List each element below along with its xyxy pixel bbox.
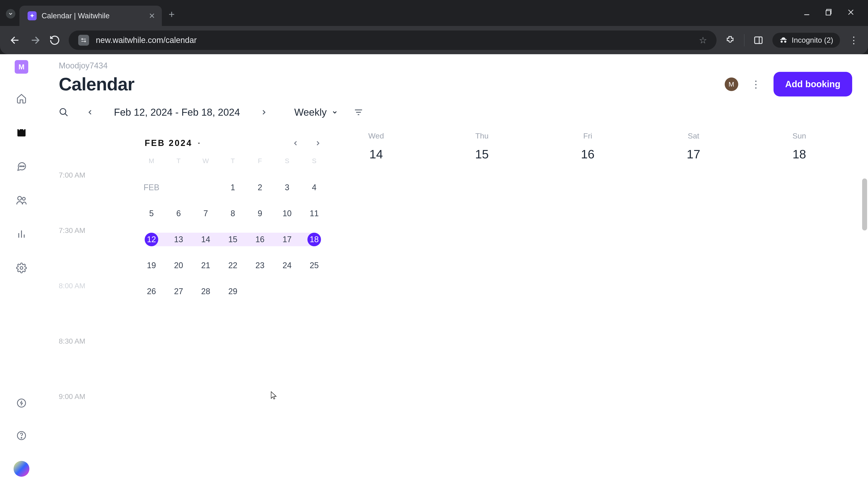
mini-day-cell[interactable]: 19 [138,259,165,272]
mini-day-cell[interactable]: 27 [165,285,192,298]
nav-analytics[interactable] [14,227,29,241]
window-controls [802,8,866,26]
time-label: 7:00 AM [59,171,97,226]
mini-day-cell[interactable]: 6 [165,207,192,220]
browser-tab[interactable]: ✦ Calendar | Waitwhile ✕ [20,6,162,26]
mini-day-empty [192,181,219,194]
time-column: 7:00 AM 7:30 AM 8:00 AM 8:30 AM 9:00 AM [59,131,97,448]
header-row: Calendar M ⋮ Add booking [59,72,852,96]
mini-day-cell[interactable]: 17 [274,233,301,246]
tab-close-button[interactable]: ✕ [149,11,155,20]
day-header[interactable]: Sun18 [746,131,852,161]
next-range-button[interactable] [260,109,267,116]
scrollbar-thumb[interactable] [862,178,867,230]
reload-button[interactable] [49,35,60,46]
mini-day-cell[interactable]: 25 [301,259,328,272]
svg-point-7 [85,41,86,42]
tab-search-button[interactable] [6,9,16,19]
mini-day-cell[interactable]: 23 [246,259,274,272]
mini-day-cell[interactable]: 18 [301,233,328,246]
site-controls-icon[interactable] [78,35,89,46]
extensions-button[interactable] [725,35,735,45]
date-range-label[interactable]: Feb 12, 2024 - Feb 18, 2024 [114,107,240,118]
mini-day-cell[interactable]: 8 [219,207,246,220]
time-label: 9:00 AM [59,392,97,448]
mini-day-cell[interactable]: 14 [192,233,219,246]
mini-day-empty [301,285,328,298]
scrollbar[interactable] [861,178,868,486]
view-select[interactable]: Weekly [294,107,338,118]
calendar-grid[interactable]: Wed14 Thu15 Fri16 Sat17 Sun18 FEB 2024 [97,131,852,448]
header-actions: M ⋮ Add booking [725,72,852,96]
forward-button[interactable] [29,35,41,46]
mini-day-cell[interactable]: 29 [219,285,246,298]
incognito-indicator[interactable]: Incognito (2) [772,33,840,48]
mini-day-cell[interactable]: 26 [138,285,165,298]
nav-messages[interactable] [14,159,29,173]
mini-day-cell[interactable]: 13 [165,233,192,246]
mini-day-cell[interactable]: 9 [246,207,274,220]
chevron-down-icon [332,109,338,116]
maximize-button[interactable] [825,8,833,16]
mini-calendar-month-select[interactable]: FEB 2024 [145,138,202,148]
nav-settings[interactable] [14,261,29,275]
svg-point-15 [20,166,21,167]
svg-point-16 [22,166,22,167]
calendar-body: 7:00 AM 7:30 AM 8:00 AM 8:30 AM 9:00 AM … [59,131,852,448]
add-booking-button[interactable]: Add booking [774,72,852,96]
mini-day-cell[interactable]: 11 [301,207,328,220]
day-header[interactable]: Fri16 [535,131,641,161]
url-bar[interactable]: new.waitwhile.com/calendar ☆ [69,31,717,50]
incognito-icon [779,36,788,44]
mini-next-month-button[interactable] [315,140,321,147]
more-menu-button[interactable]: ⋮ [749,78,763,90]
sidebar-avatar[interactable] [13,461,29,477]
nav-home[interactable] [14,91,29,106]
search-button[interactable] [59,107,69,117]
nav-users[interactable] [14,193,29,207]
mini-day-cell[interactable]: 22 [219,259,246,272]
filter-button[interactable] [354,107,363,117]
svg-point-5 [82,38,83,39]
page-title: Calendar [59,74,134,95]
mini-day-cell[interactable]: 1 [219,181,246,194]
mini-day-cell[interactable]: 4 [301,181,328,194]
user-avatar[interactable]: M [725,77,738,91]
bookmark-star-icon[interactable]: ☆ [699,35,707,45]
nav-calendar[interactable] [14,125,29,140]
sidepanel-button[interactable] [753,35,763,45]
mini-day-cell[interactable]: 20 [165,259,192,272]
day-header[interactable]: Wed14 [323,131,429,161]
svg-rect-12 [18,129,26,131]
mini-day-cell[interactable]: 12 [138,233,165,246]
breadcrumb[interactable]: Moodjoy7434 [59,61,852,70]
mini-dow-label: T [165,157,192,168]
url-text: new.waitwhile.com/calendar [96,35,692,45]
nav-power[interactable] [14,396,29,410]
back-button[interactable] [9,35,21,46]
mini-day-cell[interactable]: 3 [274,181,301,194]
sidebar: M [0,54,43,488]
mini-day-cell[interactable]: 28 [192,285,219,298]
close-window-button[interactable] [847,8,855,16]
mini-day-cell[interactable]: 7 [192,207,219,220]
mini-day-cell[interactable]: 24 [274,259,301,272]
mini-prev-month-button[interactable] [292,140,299,147]
mini-day-cell[interactable]: 16 [246,233,274,246]
mini-day-cell[interactable]: 10 [274,207,301,220]
minimize-button[interactable] [802,8,811,17]
prev-range-button[interactable] [87,109,94,116]
mini-day-cell[interactable]: 21 [192,259,219,272]
mini-month-row-label: FEB [138,181,165,194]
new-tab-button[interactable]: + [168,8,175,20]
divider [744,34,744,46]
mini-day-cell[interactable]: 5 [138,207,165,220]
day-header[interactable]: Thu15 [429,131,535,161]
workspace-badge[interactable]: M [15,60,28,74]
mini-day-cell[interactable]: 2 [246,181,274,194]
day-header[interactable]: Sat17 [641,131,746,161]
mini-day-cell[interactable]: 15 [219,233,246,246]
address-bar: new.waitwhile.com/calendar ☆ Incognito (… [0,26,868,54]
browser-menu-button[interactable]: ⋮ [849,35,859,46]
nav-help[interactable] [14,428,29,443]
